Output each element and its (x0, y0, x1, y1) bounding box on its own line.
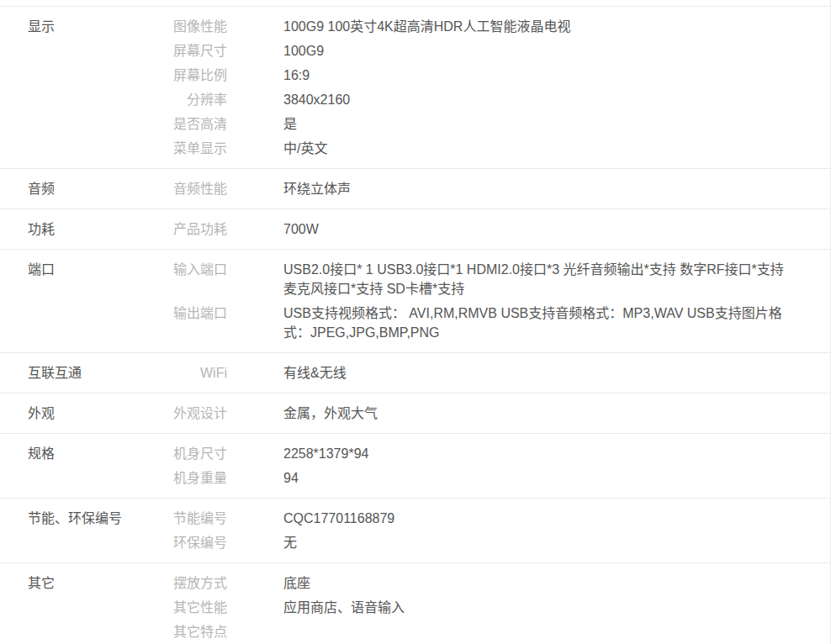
spec-category-label: 端口 (0, 260, 156, 279)
spec-row: 音频性能 环绕立体声 (156, 179, 830, 198)
spec-row-label: 摆放方式 (156, 573, 227, 593)
spec-row: 其它特点 (156, 622, 830, 641)
spec-row-label: 屏幕比例 (156, 66, 227, 85)
spec-row-label: 其它性能 (156, 598, 227, 617)
spec-rows: 音频性能 环绕立体声 (156, 179, 830, 203)
spec-row: 环保编号 无 (156, 533, 830, 552)
spec-row-value: CQC17701168879 (283, 509, 830, 528)
spec-row: 机身尺寸 2258*1379*94 (156, 444, 830, 463)
spec-rows: 外观设计 金属，外观大气 (156, 404, 830, 428)
spec-row-value: 金属，外观大气 (283, 404, 830, 423)
spec-row-value: 100G9 100英寸4K超高清HDR人工智能液晶电视 (283, 17, 830, 36)
spec-section: 端口 输入端口 USB2.0接口* 1 USB3.0接口*1 HDMI2.0接口… (0, 249, 830, 352)
spec-rows: WiFi 有线&无线 (156, 363, 830, 388)
spec-row-label: 外观设计 (156, 404, 227, 423)
spec-category-label: 规格 (0, 444, 156, 463)
spec-section: 显示 图像性能 100G9 100英寸4K超高清HDR人工智能液晶电视 屏幕尺寸… (0, 6, 830, 168)
spec-row: 其它性能 应用商店、语音输入 (156, 598, 830, 617)
spec-row-label: 分辨率 (156, 90, 227, 109)
spec-row: 屏幕比例 16:9 (156, 66, 830, 85)
spec-row-value: 环绕立体声 (283, 179, 830, 198)
spec-row-label: 音频性能 (156, 179, 227, 198)
spec-row-label: 屏幕尺寸 (156, 41, 227, 61)
spec-section: 节能、环保编号 节能编号 CQC17701168879 环保编号 无 (0, 498, 830, 562)
spec-row-value: 应用商店、语音输入 (283, 598, 830, 617)
spec-category-label: 外观 (0, 404, 156, 423)
spec-row-label: 产品功耗 (156, 219, 227, 239)
spec-row-value: 是 (283, 114, 830, 134)
spec-row-label: 输出端口 (156, 304, 227, 323)
spec-row-value: 有线&无线 (283, 363, 830, 383)
spec-row-label: 菜单显示 (156, 139, 227, 158)
spec-row-label: 输入端口 (156, 260, 227, 279)
spec-row: 分辨率 3840x2160 (156, 90, 830, 109)
spec-row-value: 94 (283, 468, 830, 488)
spec-section: 音频 音频性能 环绕立体声 (0, 168, 830, 209)
spec-row: 节能编号 CQC17701168879 (156, 509, 830, 528)
spec-row-value: 无 (283, 533, 830, 552)
spec-rows: 输入端口 USB2.0接口* 1 USB3.0接口*1 HDMI2.0接口*3 … (156, 260, 830, 347)
spec-row-value: USB支持视频格式： AVI,RM,RMVB USB支持音频格式：MP3,WAV… (283, 304, 830, 342)
spec-row-value: 底座 (283, 573, 830, 593)
spec-rows: 摆放方式 底座 其它性能 应用商店、语音输入 其它特点 (156, 573, 830, 644)
spec-section: 其它 摆放方式 底座 其它性能 应用商店、语音输入 其它特点 (0, 562, 830, 644)
spec-row: 摆放方式 底座 (156, 573, 830, 593)
spec-row: 菜单显示 中/英文 (156, 139, 830, 158)
spec-row: 屏幕尺寸 100G9 (156, 41, 830, 61)
spec-row: 机身重量 94 (156, 468, 830, 488)
spec-rows: 机身尺寸 2258*1379*94 机身重量 94 (156, 444, 830, 493)
spec-row-value: 中/英文 (283, 139, 830, 158)
spec-section: 外观 外观设计 金属，外观大气 (0, 393, 830, 433)
spec-rows: 节能编号 CQC17701168879 环保编号 无 (156, 509, 830, 557)
spec-row: WiFi 有线&无线 (156, 363, 830, 383)
spec-category-label: 音频 (0, 179, 156, 198)
spec-table: 显示 图像性能 100G9 100英寸4K超高清HDR人工智能液晶电视 屏幕尺寸… (0, 6, 830, 644)
spec-row: 图像性能 100G9 100英寸4K超高清HDR人工智能液晶电视 (156, 17, 830, 36)
spec-section: 功耗 产品功耗 700W (0, 209, 830, 249)
spec-row-label: 图像性能 (156, 17, 227, 36)
spec-row-label: 机身重量 (156, 468, 227, 488)
spec-section: 互联互通 WiFi 有线&无线 (0, 352, 830, 393)
spec-category-label: 互联互通 (0, 363, 156, 383)
spec-rows: 图像性能 100G9 100英寸4K超高清HDR人工智能液晶电视 屏幕尺寸 10… (156, 17, 830, 163)
spec-section: 规格 机身尺寸 2258*1379*94 机身重量 94 (0, 433, 830, 498)
spec-row: 输出端口 USB支持视频格式： AVI,RM,RMVB USB支持音频格式：MP… (156, 304, 830, 342)
spec-row-label: WiFi (156, 363, 227, 383)
spec-row-value: USB2.0接口* 1 USB3.0接口*1 HDMI2.0接口*3 光纤音频输… (283, 260, 830, 298)
spec-category-label: 节能、环保编号 (0, 509, 156, 528)
spec-row-label: 环保编号 (156, 533, 227, 552)
spec-category-label: 显示 (0, 17, 156, 36)
spec-category-label: 功耗 (0, 219, 156, 239)
spec-row-value: 2258*1379*94 (283, 444, 830, 463)
spec-row-value: 16:9 (283, 66, 830, 85)
spec-row-label: 是否高清 (156, 114, 227, 134)
spec-row-label: 节能编号 (156, 509, 227, 528)
spec-row: 输入端口 USB2.0接口* 1 USB3.0接口*1 HDMI2.0接口*3 … (156, 260, 830, 298)
spec-row-value (283, 622, 830, 641)
spec-row: 外观设计 金属，外观大气 (156, 404, 830, 423)
spec-row-value: 100G9 (283, 41, 830, 61)
spec-row-label: 机身尺寸 (156, 444, 227, 463)
spec-row: 产品功耗 700W (156, 219, 830, 239)
spec-row: 是否高清 是 (156, 114, 830, 134)
spec-row-label: 其它特点 (156, 622, 227, 641)
product-spec-page: 显示 图像性能 100G9 100英寸4K超高清HDR人工智能液晶电视 屏幕尺寸… (0, 0, 831, 644)
spec-category-label: 其它 (0, 573, 156, 593)
spec-row-value: 700W (283, 219, 830, 239)
spec-row-value: 3840x2160 (283, 90, 830, 109)
spec-rows: 产品功耗 700W (156, 219, 830, 244)
